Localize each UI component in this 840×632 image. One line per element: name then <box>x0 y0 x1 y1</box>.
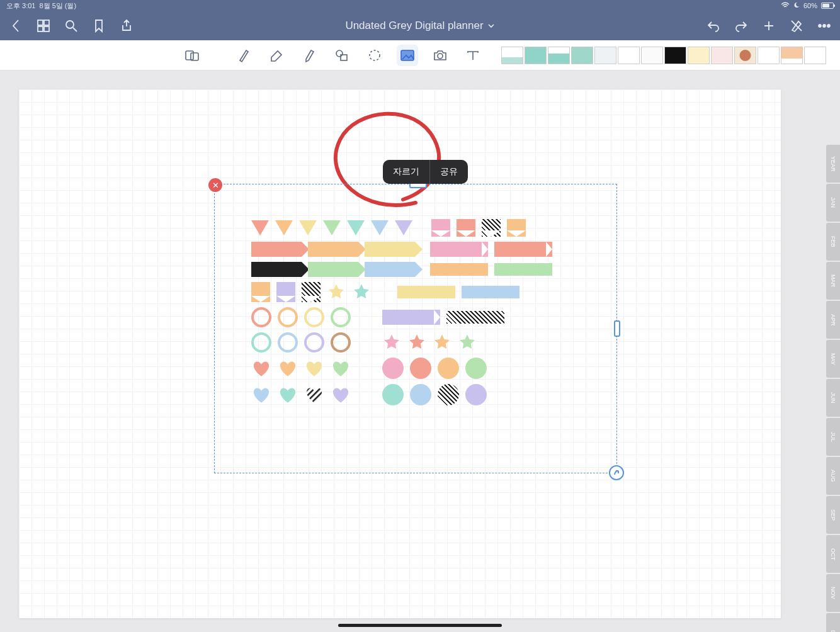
page-thumb[interactable] <box>781 47 803 64</box>
sticker-arrow <box>365 242 415 257</box>
page-thumb[interactable] <box>688 47 710 64</box>
crop-button[interactable]: 자르기 <box>383 160 429 184</box>
sticker-flag <box>507 219 526 237</box>
sticker-triangle <box>347 220 365 235</box>
page-thumb[interactable] <box>548 47 570 64</box>
more-icon[interactable] <box>817 19 831 33</box>
sticker-ring <box>251 307 271 327</box>
sticker-flag <box>457 219 475 237</box>
image-tool-icon[interactable] <box>397 45 418 66</box>
svg-point-10 <box>336 50 343 57</box>
side-tab[interactable]: NOV <box>826 574 840 612</box>
bookmark-icon[interactable] <box>92 19 106 33</box>
sticker-star <box>433 333 451 352</box>
page-thumbnails <box>501 47 826 64</box>
side-tab[interactable]: JUL <box>826 418 840 456</box>
pen-tool-icon[interactable] <box>233 45 254 66</box>
sticker-heart <box>331 386 351 403</box>
sticker-arrow <box>308 242 358 257</box>
sticker-flag <box>482 219 501 237</box>
side-tab[interactable]: MAY <box>826 340 840 378</box>
sticker-star <box>382 333 401 352</box>
sticker-heart <box>278 386 298 403</box>
page-thumb[interactable] <box>758 47 780 64</box>
page-thumb[interactable] <box>804 47 826 64</box>
side-tab[interactable]: APR <box>826 301 840 339</box>
sticker-dot <box>410 358 431 379</box>
page-thumb[interactable] <box>641 47 663 64</box>
sticker-ring <box>251 332 271 353</box>
wifi-icon <box>781 2 790 9</box>
side-tab[interactable]: YEAR <box>826 145 840 183</box>
sticker-triangle <box>323 220 341 235</box>
side-tab[interactable]: JUN <box>826 379 840 417</box>
image-selection[interactable]: ✕ <box>214 184 617 473</box>
home-indicator[interactable] <box>338 624 502 627</box>
nav-bar: Undated Grey Digital planner <box>0 11 840 40</box>
page-thumb[interactable] <box>664 47 686 64</box>
moon-icon <box>793 2 800 9</box>
sticker-dot <box>465 384 487 405</box>
selection-resize-handle[interactable] <box>609 465 624 480</box>
sticker-bar <box>397 286 455 298</box>
side-tab[interactable]: SEP <box>826 496 840 534</box>
pen-disabled-icon[interactable] <box>790 19 803 33</box>
sticker-heart <box>251 386 271 403</box>
lasso-tool-icon[interactable] <box>364 45 385 66</box>
page-thumb[interactable] <box>594 47 616 64</box>
highlighter-tool-icon[interactable] <box>298 45 320 66</box>
page-thumb[interactable] <box>618 47 640 64</box>
side-tab[interactable]: D <box>826 613 840 632</box>
side-tab[interactable]: MAR <box>826 262 840 300</box>
planner-page[interactable]: 자르기 공유 ✕ <box>19 89 781 618</box>
redo-icon[interactable] <box>734 19 748 33</box>
sticker-triangle <box>299 220 317 235</box>
sticker-triangle <box>251 220 269 235</box>
shape-tool-icon[interactable] <box>331 45 353 66</box>
canvas[interactable]: 자르기 공유 ✕ <box>0 71 840 632</box>
page-thumb[interactable] <box>525 47 547 64</box>
chevron-down-icon <box>487 23 495 28</box>
search-icon[interactable] <box>64 19 78 33</box>
sticker-bar <box>494 263 552 276</box>
sticker-banner <box>494 242 552 257</box>
document-title[interactable]: Undated Grey Digital planner <box>133 20 707 32</box>
svg-point-15 <box>438 54 443 59</box>
back-icon[interactable] <box>9 19 23 33</box>
sticker-star <box>327 283 346 302</box>
page-thumb[interactable] <box>711 47 733 64</box>
sticker-dot <box>438 358 459 379</box>
share-button[interactable]: 공유 <box>430 160 468 184</box>
page-thumb[interactable] <box>734 47 756 64</box>
selection-close-icon[interactable]: ✕ <box>208 178 222 192</box>
sticker-ring <box>304 332 324 353</box>
sticker-triangle <box>275 220 293 235</box>
camera-tool-icon[interactable] <box>429 45 451 66</box>
zoom-tool-icon[interactable] <box>181 45 203 66</box>
side-tab[interactable]: JAN <box>826 184 840 222</box>
svg-rect-3 <box>44 26 49 31</box>
sticker-dot <box>382 358 404 379</box>
share-icon[interactable] <box>120 19 133 33</box>
sticker-arrow <box>308 262 358 277</box>
sticker-heart <box>304 386 324 403</box>
text-tool-icon[interactable] <box>462 45 484 66</box>
undo-icon[interactable] <box>707 19 720 33</box>
svg-point-5 <box>819 25 821 27</box>
selection-right-handle[interactable] <box>614 320 620 337</box>
page-thumb[interactable] <box>501 47 523 64</box>
side-tab[interactable]: OCT <box>826 535 840 573</box>
page-thumb[interactable] <box>571 47 593 64</box>
eraser-tool-icon[interactable] <box>266 45 287 66</box>
add-icon[interactable] <box>762 19 776 33</box>
side-tab[interactable]: FEB <box>826 223 840 261</box>
svg-point-6 <box>823 25 826 27</box>
svg-rect-9 <box>191 53 198 60</box>
sticker-bar <box>446 311 504 324</box>
side-tab[interactable]: AUG <box>826 457 840 495</box>
svg-point-14 <box>404 53 406 55</box>
grid-icon[interactable] <box>37 19 50 33</box>
svg-point-12 <box>370 50 380 60</box>
svg-rect-8 <box>186 51 193 60</box>
sticker-heart <box>304 359 324 377</box>
